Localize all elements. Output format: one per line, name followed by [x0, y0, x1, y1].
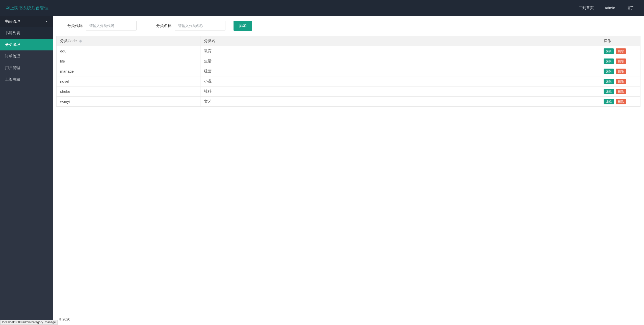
delete-button[interactable]: 删除	[616, 89, 626, 94]
table-row: wenyi文艺编辑删除	[57, 97, 640, 107]
table-row: sheke社科编辑删除	[57, 86, 640, 97]
sort-up-icon	[79, 40, 82, 41]
sidebar-item-label: 用户管理	[5, 62, 20, 74]
cell-action: 编辑删除	[600, 97, 640, 107]
delete-button[interactable]: 删除	[616, 69, 626, 74]
edit-button[interactable]: 编辑	[604, 79, 614, 84]
cell-code: wenyi	[57, 97, 200, 107]
form-bar: 分类代码 分类名称 添加	[56, 21, 640, 36]
code-label: 分类代码	[67, 23, 83, 28]
cell-name: 小说	[200, 76, 600, 86]
cell-code: life	[57, 56, 200, 66]
cell-action: 编辑删除	[600, 76, 640, 86]
cell-name: 教育	[200, 46, 600, 56]
sidebar-item-label: 分类管理	[5, 39, 20, 50]
home-link[interactable]: 回到首页	[579, 6, 594, 10]
edit-button[interactable]: 编辑	[604, 69, 614, 74]
sidebar-item-book-list[interactable]: 书籍列表	[0, 27, 53, 39]
table-row: novel小说编辑删除	[57, 76, 640, 86]
cell-action: 编辑删除	[600, 46, 640, 56]
cell-name: 文艺	[200, 97, 600, 107]
table-header-code-label: 分类Code	[60, 39, 77, 43]
header: 网上购书系统后台管理 回到首页 admin 退了	[0, 0, 644, 16]
edit-button[interactable]: 编辑	[604, 89, 614, 94]
edit-button[interactable]: 编辑	[604, 99, 614, 104]
table-header-action: 操作	[600, 36, 640, 46]
logout-link[interactable]: 退了	[626, 6, 634, 10]
sidebar-group-label: 书籍管理	[5, 16, 20, 27]
app-title: 网上购书系统后台管理	[6, 5, 48, 11]
sort-down-icon	[79, 41, 82, 43]
cell-name: 生活	[200, 56, 600, 66]
container: 书籍管理 书籍列表 分类管理 订单管理 用户管理 上架书籍 分类代码 分类名称	[0, 16, 644, 325]
delete-button[interactable]: 删除	[616, 79, 626, 84]
table-header-action-label: 操作	[604, 39, 611, 43]
add-button[interactable]: 添加	[234, 21, 252, 31]
sidebar-item-label: 上架书籍	[5, 74, 20, 85]
edit-button[interactable]: 编辑	[604, 58, 614, 64]
table-row: edu教育编辑删除	[57, 46, 640, 56]
sidebar-item-user-manage[interactable]: 用户管理	[0, 62, 53, 74]
user-link[interactable]: admin	[605, 6, 615, 10]
cell-action: 编辑删除	[600, 56, 640, 66]
copyright-text: © 2020	[59, 317, 70, 321]
sidebar-item-shelf-book[interactable]: 上架书籍	[0, 74, 53, 85]
cell-code: manage	[57, 66, 200, 76]
sidebar-group-books[interactable]: 书籍管理	[0, 16, 53, 27]
delete-button[interactable]: 删除	[616, 99, 626, 104]
table-row: life生活编辑删除	[57, 56, 640, 66]
cell-action: 编辑删除	[600, 86, 640, 97]
chevron-up-icon	[45, 21, 48, 22]
name-input[interactable]	[175, 21, 225, 31]
table-header-name: 分类名	[200, 36, 600, 46]
cell-name: 经营	[200, 66, 600, 76]
code-input[interactable]	[86, 21, 137, 31]
footer: © 2020	[53, 313, 644, 325]
cell-code: sheke	[57, 86, 200, 97]
content: 分类代码 分类名称 添加 分类Code	[53, 16, 644, 313]
table-row: manage经营编辑删除	[57, 66, 640, 76]
cell-code: edu	[57, 46, 200, 56]
delete-button[interactable]: 删除	[616, 58, 626, 64]
sidebar-item-category-manage[interactable]: 分类管理	[0, 39, 53, 50]
cell-name: 社科	[200, 86, 600, 97]
browser-status-bar: localhost:8080/admin/category_manage	[0, 320, 58, 325]
cell-action: 编辑删除	[600, 66, 640, 76]
category-table: 分类Code 分类名 操作 e	[56, 36, 640, 107]
table-header-name-label: 分类名	[204, 39, 215, 43]
edit-button[interactable]: 编辑	[604, 48, 614, 54]
sort-icon[interactable]	[79, 40, 82, 43]
sidebar-item-label: 订单管理	[5, 50, 20, 62]
main: 分类代码 分类名称 添加 分类Code	[53, 16, 644, 325]
name-label: 分类名称	[156, 23, 171, 28]
sidebar: 书籍管理 书籍列表 分类管理 订单管理 用户管理 上架书籍	[0, 16, 53, 325]
cell-code: novel	[57, 76, 200, 86]
sidebar-item-label: 书籍列表	[5, 27, 20, 39]
table-header-code[interactable]: 分类Code	[57, 36, 200, 46]
sidebar-item-order-manage[interactable]: 订单管理	[0, 50, 53, 62]
delete-button[interactable]: 删除	[616, 48, 626, 54]
header-right: 回到首页 admin 退了	[579, 6, 634, 10]
